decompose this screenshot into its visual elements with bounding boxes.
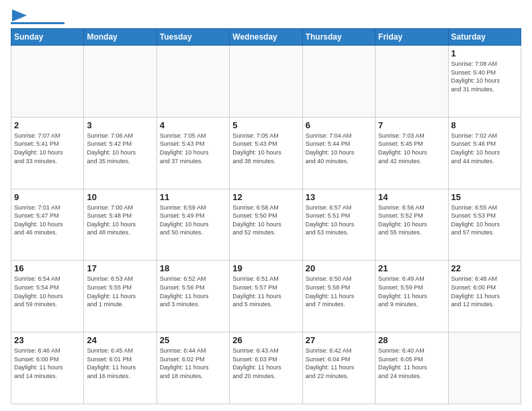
weekday-header-row: SundayMondayTuesdayWednesdayThursdayFrid… <box>11 29 521 46</box>
day-cell: 13Sunrise: 6:57 AM Sunset: 5:51 PM Dayli… <box>302 189 375 261</box>
day-cell: 19Sunrise: 6:51 AM Sunset: 5:57 PM Dayli… <box>230 261 302 332</box>
day-number: 13 <box>306 192 372 202</box>
day-info: Sunrise: 7:06 AM Sunset: 5:42 PM Dayligh… <box>87 132 153 165</box>
day-info: Sunrise: 6:46 AM Sunset: 6:00 PM Dayligh… <box>14 347 81 380</box>
day-number: 12 <box>232 192 299 202</box>
day-cell: 15Sunrise: 6:55 AM Sunset: 5:53 PM Dayli… <box>448 189 521 261</box>
week-row-1: 1Sunrise: 7:08 AM Sunset: 5:40 PM Daylig… <box>11 46 521 118</box>
day-cell: 20Sunrise: 6:50 AM Sunset: 5:58 PM Dayli… <box>302 261 375 332</box>
day-cell: 12Sunrise: 6:58 AM Sunset: 5:50 PM Dayli… <box>230 189 302 261</box>
day-info: Sunrise: 7:08 AM Sunset: 5:40 PM Dayligh… <box>451 60 518 93</box>
day-number: 11 <box>160 192 226 202</box>
day-cell: 25Sunrise: 6:44 AM Sunset: 6:02 PM Dayli… <box>157 332 229 404</box>
day-info: Sunrise: 7:04 AM Sunset: 5:44 PM Dayligh… <box>306 132 372 165</box>
day-cell: 24Sunrise: 6:45 AM Sunset: 6:01 PM Dayli… <box>84 332 157 404</box>
day-number: 14 <box>378 192 445 202</box>
day-number: 4 <box>160 120 226 130</box>
weekday-header-thursday: Thursday <box>302 29 375 46</box>
day-number: 1 <box>451 48 518 58</box>
day-cell: 28Sunrise: 6:40 AM Sunset: 6:05 PM Dayli… <box>375 332 448 404</box>
day-info: Sunrise: 6:43 AM Sunset: 6:03 PM Dayligh… <box>232 347 299 380</box>
svg-marker-0 <box>12 9 27 21</box>
day-cell <box>84 46 157 118</box>
day-cell: 27Sunrise: 6:42 AM Sunset: 6:04 PM Dayli… <box>302 332 375 404</box>
day-cell <box>302 46 375 118</box>
day-info: Sunrise: 6:58 AM Sunset: 5:50 PM Dayligh… <box>232 203 299 237</box>
day-info: Sunrise: 6:53 AM Sunset: 5:55 PM Dayligh… <box>87 275 153 308</box>
day-info: Sunrise: 7:03 AM Sunset: 5:45 PM Dayligh… <box>378 132 445 165</box>
day-number: 26 <box>232 335 299 345</box>
day-number: 9 <box>14 192 81 202</box>
day-cell: 21Sunrise: 6:49 AM Sunset: 5:59 PM Dayli… <box>375 261 448 332</box>
day-cell: 7Sunrise: 7:03 AM Sunset: 5:45 PM Daylig… <box>375 117 448 189</box>
day-info: Sunrise: 6:51 AM Sunset: 5:57 PM Dayligh… <box>232 275 299 308</box>
day-number: 27 <box>306 335 372 345</box>
day-cell: 4Sunrise: 7:05 AM Sunset: 5:43 PM Daylig… <box>157 117 229 189</box>
day-cell: 22Sunrise: 6:48 AM Sunset: 6:00 PM Dayli… <box>448 261 521 332</box>
day-cell: 26Sunrise: 6:43 AM Sunset: 6:03 PM Dayli… <box>230 332 302 404</box>
day-cell: 14Sunrise: 6:56 AM Sunset: 5:52 PM Dayli… <box>375 189 448 261</box>
day-info: Sunrise: 6:55 AM Sunset: 5:53 PM Dayligh… <box>451 203 518 237</box>
day-number: 18 <box>160 263 226 273</box>
day-cell: 17Sunrise: 6:53 AM Sunset: 5:55 PM Dayli… <box>84 261 157 332</box>
day-info: Sunrise: 6:48 AM Sunset: 6:00 PM Dayligh… <box>451 275 518 308</box>
day-cell: 16Sunrise: 6:54 AM Sunset: 5:54 PM Dayli… <box>11 261 84 332</box>
calendar-table: SundayMondayTuesdayWednesdayThursdayFrid… <box>11 28 521 404</box>
day-info: Sunrise: 7:05 AM Sunset: 5:43 PM Dayligh… <box>160 132 226 165</box>
day-cell: 18Sunrise: 6:52 AM Sunset: 5:56 PM Dayli… <box>157 261 229 332</box>
day-cell <box>448 332 521 404</box>
day-number: 5 <box>232 120 299 130</box>
day-number: 24 <box>87 335 153 345</box>
day-number: 19 <box>232 263 299 273</box>
day-cell: 6Sunrise: 7:04 AM Sunset: 5:44 PM Daylig… <box>302 117 375 189</box>
day-info: Sunrise: 6:40 AM Sunset: 6:05 PM Dayligh… <box>378 347 445 380</box>
day-number: 16 <box>14 263 81 273</box>
day-cell: 2Sunrise: 7:07 AM Sunset: 5:41 PM Daylig… <box>11 117 84 189</box>
day-number: 3 <box>87 120 153 130</box>
day-cell: 8Sunrise: 7:02 AM Sunset: 5:46 PM Daylig… <box>448 117 521 189</box>
header <box>11 8 521 24</box>
day-number: 28 <box>378 335 445 345</box>
day-info: Sunrise: 6:49 AM Sunset: 5:59 PM Dayligh… <box>378 275 445 308</box>
week-row-2: 2Sunrise: 7:07 AM Sunset: 5:41 PM Daylig… <box>11 117 521 189</box>
day-cell: 1Sunrise: 7:08 AM Sunset: 5:40 PM Daylig… <box>448 46 521 118</box>
day-number: 20 <box>306 263 372 273</box>
page: SundayMondayTuesdayWednesdayThursdayFrid… <box>0 0 532 411</box>
day-info: Sunrise: 6:54 AM Sunset: 5:54 PM Dayligh… <box>14 275 81 308</box>
logo-arrow-icon <box>12 9 27 21</box>
day-number: 15 <box>451 192 518 202</box>
day-info: Sunrise: 6:42 AM Sunset: 6:04 PM Dayligh… <box>306 347 372 380</box>
weekday-header-saturday: Saturday <box>448 29 521 46</box>
day-info: Sunrise: 6:57 AM Sunset: 5:51 PM Dayligh… <box>306 203 372 237</box>
day-number: 7 <box>378 120 445 130</box>
day-cell: 5Sunrise: 7:05 AM Sunset: 5:43 PM Daylig… <box>230 117 302 189</box>
weekday-header-wednesday: Wednesday <box>230 29 302 46</box>
weekday-header-tuesday: Tuesday <box>157 29 229 46</box>
logo <box>11 11 64 24</box>
day-info: Sunrise: 6:56 AM Sunset: 5:52 PM Dayligh… <box>378 203 445 237</box>
week-row-5: 23Sunrise: 6:46 AM Sunset: 6:00 PM Dayli… <box>11 332 521 404</box>
day-number: 17 <box>87 263 153 273</box>
logo-underline <box>11 22 64 24</box>
day-cell: 10Sunrise: 7:00 AM Sunset: 5:48 PM Dayli… <box>84 189 157 261</box>
day-cell: 23Sunrise: 6:46 AM Sunset: 6:00 PM Dayli… <box>11 332 84 404</box>
day-info: Sunrise: 7:00 AM Sunset: 5:48 PM Dayligh… <box>87 203 153 237</box>
weekday-header-sunday: Sunday <box>11 29 84 46</box>
day-cell <box>375 46 448 118</box>
day-number: 8 <box>451 120 518 130</box>
day-number: 25 <box>160 335 226 345</box>
weekday-header-monday: Monday <box>84 29 157 46</box>
weekday-header-friday: Friday <box>375 29 448 46</box>
day-info: Sunrise: 7:07 AM Sunset: 5:41 PM Dayligh… <box>14 132 81 165</box>
day-info: Sunrise: 7:01 AM Sunset: 5:47 PM Dayligh… <box>14 203 81 237</box>
day-number: 22 <box>451 263 518 273</box>
day-cell: 9Sunrise: 7:01 AM Sunset: 5:47 PM Daylig… <box>11 189 84 261</box>
day-cell <box>11 46 84 118</box>
day-cell <box>157 46 229 118</box>
day-number: 23 <box>14 335 81 345</box>
day-info: Sunrise: 6:59 AM Sunset: 5:49 PM Dayligh… <box>160 203 226 237</box>
day-info: Sunrise: 6:45 AM Sunset: 6:01 PM Dayligh… <box>87 347 153 380</box>
week-row-4: 16Sunrise: 6:54 AM Sunset: 5:54 PM Dayli… <box>11 261 521 332</box>
week-row-3: 9Sunrise: 7:01 AM Sunset: 5:47 PM Daylig… <box>11 189 521 261</box>
day-cell: 3Sunrise: 7:06 AM Sunset: 5:42 PM Daylig… <box>84 117 157 189</box>
